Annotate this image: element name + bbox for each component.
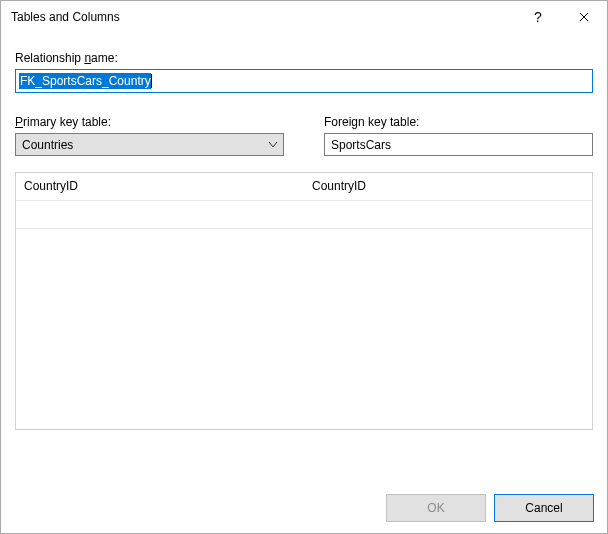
label-text: Relationship [15,51,84,65]
ok-button: OK [386,494,486,522]
foreign-key-label: Foreign key table: [324,115,593,129]
primary-key-label: Primary key table: [15,115,284,129]
window-title: Tables and Columns [11,10,515,24]
chevron-down-icon [269,142,277,148]
label-text: ame: [91,51,118,65]
primary-key-column: Primary key table: Countries [15,115,284,156]
primary-key-table-value: Countries [22,138,73,152]
list-item[interactable]: CountryID [16,173,304,201]
column-name: CountryID [24,179,78,193]
cancel-button[interactable]: Cancel [494,494,594,522]
relationship-name-input[interactable]: FK_SportsCars_Country [15,69,593,93]
foreign-key-column: Foreign key table: SportsCars [324,115,593,156]
table-selectors: Primary key table: Countries Foreign key… [15,115,593,156]
button-label: OK [427,501,444,515]
label-accelerator: P [15,115,23,129]
column-name: CountryID [312,179,366,193]
columns-grid: CountryID CountryID [15,172,593,430]
grid-empty [304,229,592,429]
dialog-footer: OK Cancel [386,494,594,522]
title-bar: Tables and Columns ? [1,1,607,33]
relationship-name-value: FK_SportsCars_Country [19,73,151,89]
close-button[interactable] [561,1,607,33]
help-icon: ? [534,9,542,25]
foreign-key-table-field: SportsCars [324,133,593,156]
label-text: rimary key table: [23,115,111,129]
primary-key-table-combo[interactable]: Countries [15,133,284,156]
list-item[interactable]: CountryID [304,173,592,201]
text-caret [151,74,152,88]
foreign-key-table-value: SportsCars [331,138,391,152]
button-label: Cancel [525,501,562,515]
help-button[interactable]: ? [515,1,561,33]
grid-empty [16,229,304,429]
primary-columns-list[interactable]: CountryID [16,173,304,429]
foreign-columns-list[interactable]: CountryID [304,173,592,429]
close-icon [579,9,589,25]
dialog-content: Relationship name: FK_SportsCars_Country… [1,33,607,442]
list-item[interactable] [304,201,592,229]
relationship-name-label: Relationship name: [15,51,593,65]
list-item[interactable] [16,201,304,229]
